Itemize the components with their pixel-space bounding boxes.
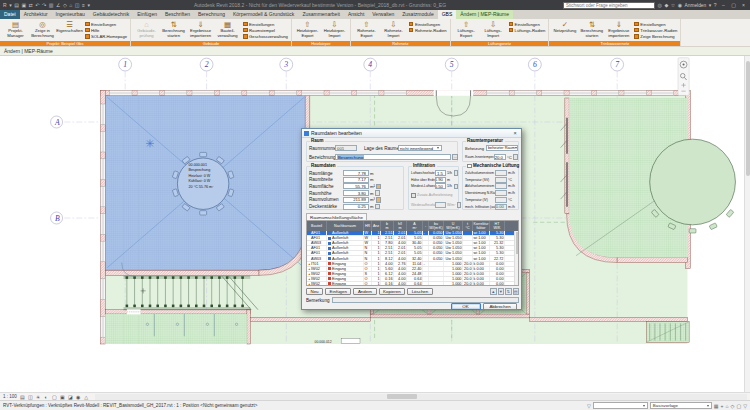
- section-icon[interactable]: ◫: [75, 0, 80, 10]
- move-up-icon[interactable]: ▲: [490, 288, 497, 295]
- eigenschaften-button[interactable]: ☰Eigenschaften: [56, 20, 83, 40]
- innentemp-field[interactable]: 20.0: [494, 154, 506, 160]
- move-down-icon[interactable]: ▼: [498, 288, 505, 295]
- raumhoehe-field[interactable]: 3.80: [343, 190, 369, 196]
- lueftungs-import-button[interactable]: ⇩Lüftungs-Import: [480, 20, 507, 40]
- app-logo[interactable]: R: [3, 0, 7, 10]
- lueftungs-radien-button[interactable]: Lüftungs-Radien: [509, 28, 546, 33]
- print-icon[interactable]: ▥: [49, 0, 54, 10]
- zuluft-field[interactable]: [495, 170, 507, 176]
- restore-icon[interactable]: ▢: [729, 0, 738, 10]
- ergebnisse-importieren-button[interactable]: ⇓Ergebnisse importieren: [605, 20, 632, 40]
- hilfe-button[interactable]: Hilfe: [85, 28, 127, 33]
- editable-only-icon[interactable]: ▦: [714, 403, 719, 409]
- sync-icon[interactable]: ⇄: [29, 0, 33, 10]
- detail-level-icon[interactable]: ▤: [19, 394, 26, 400]
- bottom-right-stair[interactable]: [646, 322, 689, 343]
- crop-region-icon[interactable]: ▣: [59, 394, 66, 400]
- beheizung-dropdown[interactable]: beheizter Raum: [486, 145, 518, 151]
- heizkoerper-export-button[interactable]: ⇧Heizkörper-Export: [294, 20, 321, 40]
- visual-style-icon[interactable]: ◫: [27, 394, 34, 400]
- bauteil-verwaltung-button[interactable]: ▦Bauteil-verwaltung: [214, 20, 241, 40]
- ueberstroemung-field[interactable]: [495, 190, 507, 196]
- undo-icon[interactable]: ↶: [35, 0, 39, 10]
- exchange-apps-icon[interactable]: ◆: [664, 0, 668, 10]
- lage-dropdown[interactable]: nicht innenliegend: [398, 145, 442, 151]
- deckenstaerke-button[interactable]: [375, 204, 380, 210]
- neu-button[interactable]: Neu: [306, 288, 323, 295]
- close-icon[interactable]: ×: [739, 0, 748, 10]
- save-icon[interactable]: ▣: [21, 0, 26, 10]
- temporary-hide-icon[interactable]: ◪: [67, 394, 74, 400]
- einstellungen-button[interactable]: Einstellungen: [85, 22, 127, 27]
- exclude-pinned-icon[interactable]: ◇: [731, 403, 735, 409]
- workset-dropdown[interactable]: [593, 402, 648, 409]
- raumbreite-field[interactable]: 7.17: [343, 177, 369, 183]
- einstellungen-button[interactable]: Einstellungen: [409, 22, 447, 27]
- table-row[interactable]: ▴IW02 Eingang O 1 0.16 4.00 0.64 1.000 2…: [307, 282, 518, 286]
- bezeichnung-browse-button[interactable]: …: [452, 154, 458, 160]
- press-drag-icon[interactable]: +: [721, 403, 724, 409]
- einstellungen-button[interactable]: Einstellungen: [634, 22, 677, 27]
- bezeichnung-field[interactable]: Besprechung: [335, 154, 451, 160]
- hoehe-erdreich-field[interactable]: 1.90: [435, 177, 446, 183]
- einstellungen-button[interactable]: Einstellungen: [509, 22, 546, 27]
- zeige-berechnung-button[interactable]: Zeige Berechnung: [634, 34, 677, 39]
- n50-button[interactable]: [454, 170, 459, 176]
- raumflaeche-button[interactable]: [376, 184, 381, 190]
- vertical-scrollbar[interactable]: [744, 56, 750, 392]
- raumvolumen-field[interactable]: 211.89: [343, 197, 369, 203]
- shadows-icon[interactable]: ◐: [43, 394, 50, 400]
- sign-in-caret-icon[interactable]: ▾: [709, 0, 712, 10]
- wiederaufheiz-button[interactable]: [457, 202, 462, 208]
- horizontal-scrollbar[interactable]: [95, 394, 747, 400]
- raumstempel-button[interactable]: Raumstempel: [243, 28, 288, 33]
- netzpruefung-button[interactable]: ✓Netzprüfung: [551, 20, 578, 40]
- tab-zusatzmodule[interactable]: Zusatzmodule: [398, 10, 437, 19]
- design-option-dropdown[interactable]: Basisvorlage: [650, 402, 712, 409]
- ok-button[interactable]: OK: [451, 303, 481, 310]
- rohrnetz-import-button[interactable]: ⇩Rohrnetz-Import: [380, 20, 407, 40]
- analytical-model-icon[interactable]: △: [83, 394, 90, 400]
- gebaeude-pruefung-button[interactable]: ⌂Gebäude-prüfung: [133, 20, 160, 40]
- sign-in-icon[interactable]: ◉: [678, 0, 682, 10]
- trinkwasser-radien-button[interactable]: Trinkwasser-Radien: [634, 28, 677, 33]
- tab-aendern-mep-raeume[interactable]: Ändern | MEP-Räume: [456, 10, 513, 19]
- favorites-icon[interactable]: ☆: [671, 0, 675, 10]
- mindest-luftwechsel-button[interactable]: [454, 184, 459, 190]
- redo-icon[interactable]: ↷: [42, 0, 46, 10]
- lueftungs-export-button[interactable]: ⇧Lüftungs-Export: [453, 20, 480, 40]
- round-table-right[interactable]: [650, 139, 736, 225]
- help-icon[interactable]: ?: [714, 0, 717, 10]
- tab-architektur[interactable]: Architektur: [20, 10, 52, 19]
- temp-sv-field[interactable]: [495, 177, 507, 183]
- rohrnetz-radien-button[interactable]: Rohrnetz-Radien: [409, 28, 447, 33]
- selection-filter-icon[interactable]: ▽: [743, 403, 747, 409]
- measure-icon[interactable]: ∠: [56, 0, 60, 10]
- thin-lines-icon[interactable]: ≡: [82, 0, 85, 10]
- raumvolumen-button[interactable]: [376, 197, 381, 203]
- innentemp-button[interactable]: [513, 154, 518, 160]
- projekt-manager-button[interactable]: ▤Projekt-Manager: [2, 20, 29, 40]
- room-besprechung[interactable]: 00.000.001 Besprechung Heizlast: 0 W Küh…: [105, 95, 309, 270]
- abluft-field[interactable]: [495, 183, 507, 189]
- tag-icon[interactable]: ◇: [63, 0, 67, 10]
- minimize-icon[interactable]: –: [719, 0, 728, 10]
- sun-path-icon[interactable]: ☀: [35, 394, 42, 400]
- raumlaenge-field[interactable]: 7.78: [343, 170, 369, 176]
- tab-ingenieurbau[interactable]: Ingenieurbau: [52, 10, 89, 19]
- tab-koerpermodell[interactable]: Körpermodell & Grundstück: [229, 10, 298, 19]
- raumnummer-field[interactable]: 001: [335, 145, 357, 151]
- zusatz-aufheiz-checkbox[interactable]: [411, 193, 416, 198]
- filter-icon[interactable]: ▽: [587, 403, 591, 409]
- tab-zusammenarbeit[interactable]: Zusammenarbeit: [298, 10, 344, 19]
- search-go-icon[interactable]: ◎: [658, 0, 662, 10]
- table-export-icon[interactable]: ▤: [513, 288, 520, 295]
- navigation-bar[interactable]: [678, 58, 689, 96]
- vertical-scrollbar-thumb[interactable]: [746, 61, 750, 176]
- table-scrollbar[interactable]: [514, 231, 518, 285]
- tab-verwalten[interactable]: Verwalten: [368, 10, 398, 19]
- aendern-button[interactable]: Ändern: [353, 288, 376, 295]
- room-right[interactable]: [561, 98, 736, 257]
- tab-berechnung[interactable]: Berechnung: [194, 10, 229, 19]
